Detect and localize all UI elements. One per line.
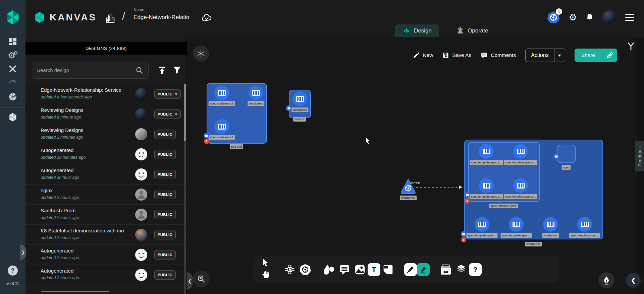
design-row[interactable]: Autogenerated updated 2 hours ago PUBLIC [25, 245, 187, 265]
feedback-tab[interactable]: Feedback [635, 141, 644, 171]
design-row[interactable]: Autogenerated updated an hour ago PUBLIC [25, 164, 187, 185]
user-avatar[interactable] [602, 10, 616, 24]
save-as-button[interactable]: Save As [442, 52, 471, 59]
pen-tool[interactable] [404, 263, 417, 276]
tab-operate[interactable]: Operate [449, 24, 495, 37]
error-count-badge[interactable]: 2 [204, 139, 209, 144]
comments-button[interactable]: Comments [481, 52, 516, 59]
collapse-panel-handle[interactable]: ❮ [187, 272, 193, 290]
dashboard-icon[interactable] [8, 36, 18, 47]
container-node[interactable] [577, 217, 592, 232]
toolbar-help-button[interactable]: ? [469, 263, 482, 276]
design-row[interactable]: Reviewing Designs updated 2 minutes ago … [25, 124, 187, 144]
design-row[interactable]: K8 Statefulset demonstration with mo upd… [25, 225, 187, 245]
design-row[interactable]: Edge-Network-Relationship: Service updat… [25, 84, 187, 104]
zoom-button[interactable] [193, 271, 210, 287]
error-count-badge[interactable]: 3 [461, 237, 466, 242]
components-tool[interactable] [282, 262, 298, 277]
new-button[interactable]: New [413, 52, 433, 59]
list-scrollbar-thumb[interactable] [184, 84, 186, 141]
container-node[interactable] [543, 217, 558, 232]
kanvas-brand[interactable]: KANVAS [34, 11, 97, 24]
comment-tool[interactable] [337, 262, 352, 277]
actions-split-button[interactable]: Actions [525, 49, 565, 62]
visibility-badge[interactable]: PUBLIC [154, 210, 176, 219]
shapes-tool[interactable] [321, 262, 337, 277]
container-node[interactable] [249, 85, 263, 100]
hamburger-menu-button[interactable] [625, 14, 634, 21]
expand-nav-handle[interactable]: ❯ [20, 244, 26, 260]
canvas-snowflake-button[interactable] [193, 46, 209, 62]
visibility-badge[interactable]: PUBLIC [154, 230, 176, 239]
visibility-badge[interactable]: PUBLIC [154, 109, 181, 119]
meshery-logo-icon[interactable] [5, 9, 21, 25]
notifications-bell-button[interactable] [586, 13, 594, 22]
kanvas-rail-icon[interactable] [8, 112, 18, 122]
service-node-wordpress[interactable] [400, 178, 416, 194]
spec-node[interactable] [557, 145, 576, 163]
share-split-button[interactable]: Share [575, 49, 617, 62]
container-node[interactable] [509, 217, 524, 232]
import-design-button[interactable] [158, 65, 167, 76]
copy-link-button[interactable] [602, 49, 617, 62]
lifecycle-gears-icon[interactable]: ⚙⚙ [8, 50, 18, 60]
spec-type-badge[interactable] [553, 154, 559, 159]
visibility-badge[interactable]: PUBLIC [154, 150, 176, 159]
branch-merge-icon[interactable] [626, 42, 636, 53]
saved-components-drawer-tool[interactable] [438, 262, 453, 277]
extensions-mesh-icon[interactable] [8, 92, 18, 102]
pan-hand-tool[interactable] [262, 271, 270, 281]
service-edge[interactable] [416, 187, 463, 188]
deployment-type-badge[interactable] [461, 231, 467, 237]
note-tool[interactable] [380, 262, 396, 277]
container-node[interactable] [475, 217, 489, 232]
container-node[interactable] [479, 144, 494, 159]
list-scrollbar[interactable] [184, 84, 186, 294]
pod-type-badge[interactable] [465, 192, 470, 198]
container-node[interactable] [214, 85, 229, 100]
freehand-draw-tool[interactable] [417, 263, 430, 276]
text-tool[interactable]: T [368, 263, 380, 276]
visibility-badge[interactable]: PUBLIC [154, 270, 176, 280]
pod-type-badge[interactable] [204, 133, 209, 139]
visibility-badge[interactable]: PUBLIC [154, 170, 176, 179]
pod-type-badge[interactable] [286, 105, 292, 111]
design-row[interactable]: nginx updated 2 hours ago PUBLIC [25, 185, 187, 205]
tab-design[interactable]: Design [395, 24, 439, 37]
share-button-label[interactable]: Share [575, 49, 602, 62]
visibility-badge[interactable]: PUBLIC [154, 89, 181, 99]
design-mode-fab[interactable] [598, 272, 614, 288]
kubernetes-context-button[interactable]: 1 [547, 11, 560, 24]
visibility-badge[interactable]: PUBLIC [154, 250, 176, 260]
container-node[interactable] [513, 178, 528, 193]
container-node[interactable] [479, 178, 494, 193]
image-tool[interactable] [352, 262, 368, 277]
design-canvas[interactable]: New Save As Comments Actions Share [187, 37, 636, 294]
help-button[interactable]: ? [8, 266, 18, 276]
organization-icon[interactable] [105, 13, 115, 25]
filter-button[interactable] [172, 65, 182, 76]
design-name-input[interactable] [133, 13, 193, 23]
design-row[interactable]: Reviewing Designs updated a minute ago P… [25, 104, 187, 124]
configuration-tools-icon[interactable] [8, 64, 18, 74]
container-node[interactable] [214, 119, 229, 134]
actions-button-label[interactable]: Actions [526, 49, 554, 62]
container-node[interactable] [292, 91, 307, 106]
visibility-badge[interactable]: PUBLIC [154, 190, 176, 199]
search-input[interactable] [37, 67, 136, 73]
design-row[interactable]: Santhosh-Prom updated 2 hours ago PUBLIC [25, 205, 187, 225]
kubernetes-components-tool[interactable] [298, 262, 313, 277]
actions-caret[interactable] [554, 49, 565, 62]
layers-tool[interactable] [453, 262, 469, 277]
visibility-badge[interactable]: PUBLIC [154, 130, 176, 139]
select-tool[interactable] [262, 259, 270, 269]
collapse-right-dock-button[interactable]: ❮ [626, 273, 641, 288]
error-count-badge[interactable]: 3 [465, 198, 470, 204]
settings-gear-button[interactable]: ⚙ [569, 13, 577, 22]
container-node[interactable] [513, 144, 528, 159]
comments-button-label: Comments [491, 52, 516, 58]
design-row[interactable]: Autogenerated updated 10 minutes ago PUB… [25, 144, 187, 164]
design-row[interactable]: Autogenerated updated 2 hours ago PUBLIC [25, 265, 187, 285]
performance-gauge-icon[interactable] [8, 76, 18, 86]
search-icon[interactable] [136, 66, 144, 74]
